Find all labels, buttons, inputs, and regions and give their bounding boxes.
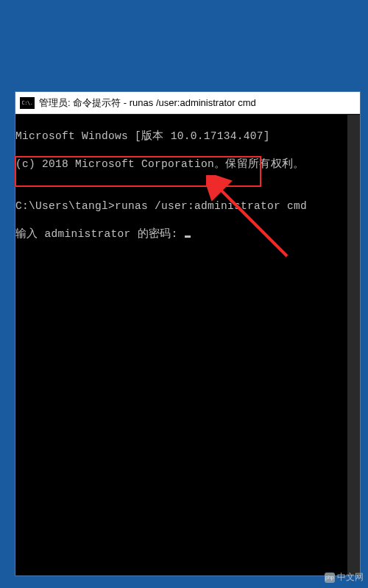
vertical-scrollbar[interactable] <box>347 115 360 575</box>
console-area[interactable]: Microsoft Windows [版本 10.0.17134.407] (c… <box>15 114 360 575</box>
text-cursor <box>185 235 191 238</box>
password-prompt: 输入 administrator 的密码: <box>15 228 185 240</box>
watermark-text: 中文网 <box>337 571 364 584</box>
console-line: C:\Users\tangl>runas /user:administrator… <box>15 199 360 213</box>
console-prompt-line: 输入 administrator 的密码: <box>15 227 360 241</box>
console-line: (c) 2018 Microsoft Corporation。保留所有权利。 <box>15 157 360 171</box>
cmd-window: C:\. 管理员: 命令提示符 - runas /user:administra… <box>15 91 361 576</box>
cmd-icon: C:\. <box>20 97 35 109</box>
console-line: Microsoft Windows [版本 10.0.17134.407] <box>15 130 360 144</box>
window-titlebar[interactable]: C:\. 管理员: 命令提示符 - runas /user:administra… <box>15 92 360 114</box>
watermark: 中文网 <box>325 571 364 584</box>
php-logo-icon <box>325 573 335 583</box>
window-title: 管理员: 命令提示符 - runas /user:administrator c… <box>39 96 256 110</box>
